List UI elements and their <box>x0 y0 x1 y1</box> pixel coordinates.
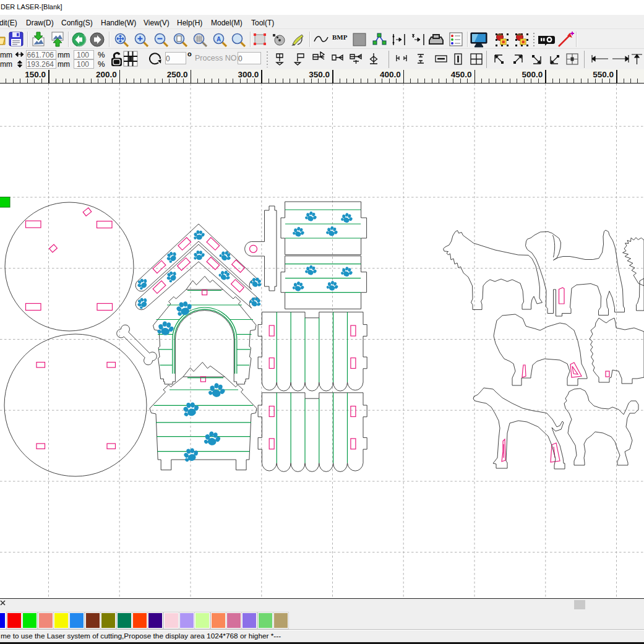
svg-text:A: A <box>217 36 221 43</box>
